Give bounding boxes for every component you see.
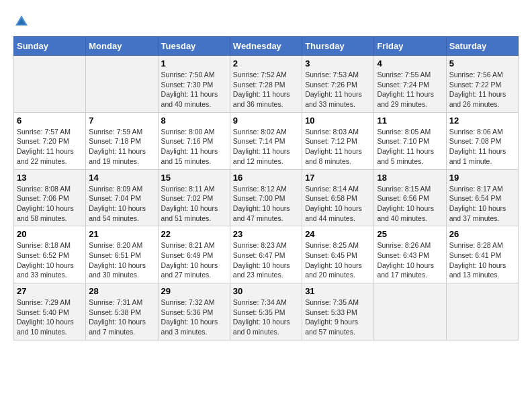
calendar-day-cell: 24 Sunrise: 8:25 AM Sunset: 6:45 PM Dayl… xyxy=(302,226,374,283)
sunset-text: Sunset: 6:45 PM xyxy=(305,250,371,261)
calendar-header-row: SundayMondayTuesdayWednesdayThursdayFrid… xyxy=(14,37,519,56)
daylight-text: Daylight: 10 hours and 20 minutes. xyxy=(305,261,371,280)
calendar-header-cell: Saturday xyxy=(446,37,518,56)
daylight-text: Daylight: 10 hours and 17 minutes. xyxy=(377,261,443,280)
daylight-text: Daylight: 10 hours and 3 minutes. xyxy=(161,317,227,336)
sunset-text: Sunset: 5:33 PM xyxy=(305,308,371,318)
day-info: Sunrise: 7:55 AM Sunset: 7:24 PM Dayligh… xyxy=(377,70,443,109)
logo-icon xyxy=(13,13,30,30)
day-number: 5 xyxy=(449,58,515,68)
calendar-day-cell xyxy=(374,283,446,340)
sunset-text: Sunset: 6:58 PM xyxy=(305,193,371,203)
day-number: 15 xyxy=(161,173,227,183)
daylight-text: Daylight: 11 hours and 12 minutes. xyxy=(233,146,299,166)
sunrise-text: Sunrise: 8:23 AM xyxy=(233,240,299,250)
daylight-text: Daylight: 9 hours and 57 minutes. xyxy=(305,317,371,336)
daylight-text: Daylight: 10 hours and 7 minutes. xyxy=(89,317,154,336)
calendar-header-cell: Friday xyxy=(374,37,446,56)
daylight-text: Daylight: 10 hours and 33 minutes. xyxy=(17,261,83,280)
day-number: 24 xyxy=(305,229,371,239)
sunrise-text: Sunrise: 8:12 AM xyxy=(233,184,299,194)
sunset-text: Sunset: 7:14 PM xyxy=(233,136,299,146)
day-number: 12 xyxy=(449,116,515,126)
calendar-day-cell: 3 Sunrise: 7:53 AM Sunset: 7:26 PM Dayli… xyxy=(302,56,374,113)
calendar-day-cell: 10 Sunrise: 8:03 AM Sunset: 7:12 PM Dayl… xyxy=(302,112,374,169)
sunset-text: Sunset: 7:20 PM xyxy=(17,136,83,146)
calendar-table: SundayMondayTuesdayWednesdayThursdayFrid… xyxy=(13,36,519,340)
day-info: Sunrise: 7:52 AM Sunset: 7:28 PM Dayligh… xyxy=(233,70,299,109)
day-number: 1 xyxy=(161,58,227,68)
daylight-text: Daylight: 10 hours and 47 minutes. xyxy=(233,203,299,223)
calendar-day-cell: 30 Sunrise: 7:34 AM Sunset: 5:35 PM Dayl… xyxy=(230,283,302,340)
sunrise-text: Sunrise: 8:15 AM xyxy=(377,184,443,194)
sunrise-text: Sunrise: 7:55 AM xyxy=(377,70,443,80)
day-info: Sunrise: 8:08 AM Sunset: 7:06 PM Dayligh… xyxy=(17,184,83,224)
sunrise-text: Sunrise: 8:26 AM xyxy=(377,240,443,250)
day-info: Sunrise: 8:06 AM Sunset: 7:08 PM Dayligh… xyxy=(449,127,515,167)
day-number: 8 xyxy=(161,116,227,126)
calendar-day-cell: 13 Sunrise: 8:08 AM Sunset: 7:06 PM Dayl… xyxy=(14,169,86,226)
daylight-text: Daylight: 11 hours and 19 minutes. xyxy=(89,146,154,166)
sunrise-text: Sunrise: 8:06 AM xyxy=(449,127,515,137)
daylight-text: Daylight: 11 hours and 29 minutes. xyxy=(377,89,443,109)
sunrise-text: Sunrise: 8:00 AM xyxy=(161,127,227,137)
day-info: Sunrise: 7:29 AM Sunset: 5:40 PM Dayligh… xyxy=(17,298,83,337)
day-number: 11 xyxy=(377,116,443,126)
daylight-text: Daylight: 11 hours and 8 minutes. xyxy=(305,146,371,166)
daylight-text: Daylight: 11 hours and 33 minutes. xyxy=(305,89,371,109)
day-info: Sunrise: 7:56 AM Sunset: 7:22 PM Dayligh… xyxy=(449,70,515,109)
sunrise-text: Sunrise: 7:31 AM xyxy=(89,298,154,308)
day-info: Sunrise: 8:12 AM Sunset: 7:00 PM Dayligh… xyxy=(233,184,299,224)
sunrise-text: Sunrise: 8:08 AM xyxy=(17,184,83,194)
sunrise-text: Sunrise: 8:09 AM xyxy=(89,184,154,194)
sunset-text: Sunset: 6:52 PM xyxy=(17,250,83,261)
calendar-header-cell: Monday xyxy=(86,37,158,56)
calendar-day-cell: 21 Sunrise: 8:20 AM Sunset: 6:51 PM Dayl… xyxy=(86,226,158,283)
daylight-text: Daylight: 11 hours and 5 minutes. xyxy=(377,146,443,166)
day-info: Sunrise: 8:05 AM Sunset: 7:10 PM Dayligh… xyxy=(377,127,443,167)
sunrise-text: Sunrise: 7:57 AM xyxy=(17,127,83,137)
calendar-week-row: 6 Sunrise: 7:57 AM Sunset: 7:20 PM Dayli… xyxy=(14,112,519,169)
day-number: 6 xyxy=(17,116,83,126)
day-info: Sunrise: 8:28 AM Sunset: 6:41 PM Dayligh… xyxy=(449,240,515,280)
daylight-text: Daylight: 10 hours and 44 minutes. xyxy=(305,203,371,223)
day-info: Sunrise: 8:03 AM Sunset: 7:12 PM Dayligh… xyxy=(305,127,371,167)
calendar-day-cell: 19 Sunrise: 8:17 AM Sunset: 6:54 PM Dayl… xyxy=(446,169,518,226)
sunset-text: Sunset: 6:56 PM xyxy=(377,193,443,203)
calendar-day-cell: 16 Sunrise: 8:12 AM Sunset: 7:00 PM Dayl… xyxy=(230,169,302,226)
day-info: Sunrise: 7:57 AM Sunset: 7:20 PM Dayligh… xyxy=(17,127,83,167)
day-number: 2 xyxy=(233,58,299,68)
day-number: 22 xyxy=(161,229,227,239)
calendar-day-cell: 26 Sunrise: 8:28 AM Sunset: 6:41 PM Dayl… xyxy=(446,226,518,283)
sunset-text: Sunset: 6:41 PM xyxy=(449,250,515,261)
day-number: 4 xyxy=(377,58,443,68)
calendar-day-cell: 4 Sunrise: 7:55 AM Sunset: 7:24 PM Dayli… xyxy=(374,56,446,113)
day-info: Sunrise: 7:50 AM Sunset: 7:30 PM Dayligh… xyxy=(161,70,227,109)
sunset-text: Sunset: 6:51 PM xyxy=(89,250,154,261)
day-info: Sunrise: 8:15 AM Sunset: 6:56 PM Dayligh… xyxy=(377,184,443,224)
sunset-text: Sunset: 6:43 PM xyxy=(377,250,443,261)
sunrise-text: Sunrise: 8:18 AM xyxy=(17,240,83,250)
daylight-text: Daylight: 11 hours and 40 minutes. xyxy=(161,89,227,109)
sunrise-text: Sunrise: 7:52 AM xyxy=(233,70,299,80)
sunrise-text: Sunrise: 8:02 AM xyxy=(233,127,299,137)
calendar-day-cell: 20 Sunrise: 8:18 AM Sunset: 6:52 PM Dayl… xyxy=(14,226,86,283)
sunrise-text: Sunrise: 8:03 AM xyxy=(305,127,371,137)
calendar-day-cell: 18 Sunrise: 8:15 AM Sunset: 6:56 PM Dayl… xyxy=(374,169,446,226)
day-info: Sunrise: 7:53 AM Sunset: 7:26 PM Dayligh… xyxy=(305,70,371,109)
daylight-text: Daylight: 10 hours and 30 minutes. xyxy=(89,261,154,280)
daylight-text: Daylight: 10 hours and 58 minutes. xyxy=(17,203,83,223)
calendar-day-cell: 9 Sunrise: 8:02 AM Sunset: 7:14 PM Dayli… xyxy=(230,112,302,169)
day-info: Sunrise: 8:18 AM Sunset: 6:52 PM Dayligh… xyxy=(17,240,83,280)
sunset-text: Sunset: 7:06 PM xyxy=(17,193,83,203)
day-number: 9 xyxy=(233,116,299,126)
calendar-day-cell: 29 Sunrise: 7:32 AM Sunset: 5:36 PM Dayl… xyxy=(158,283,230,340)
calendar-header-cell: Tuesday xyxy=(158,37,230,56)
day-number: 31 xyxy=(305,286,371,296)
calendar-day-cell xyxy=(14,56,86,113)
sunset-text: Sunset: 7:16 PM xyxy=(161,136,227,146)
sunset-text: Sunset: 6:49 PM xyxy=(161,250,227,261)
day-number: 29 xyxy=(161,286,227,296)
daylight-text: Daylight: 11 hours and 22 minutes. xyxy=(17,146,83,166)
sunset-text: Sunset: 7:02 PM xyxy=(161,193,227,203)
